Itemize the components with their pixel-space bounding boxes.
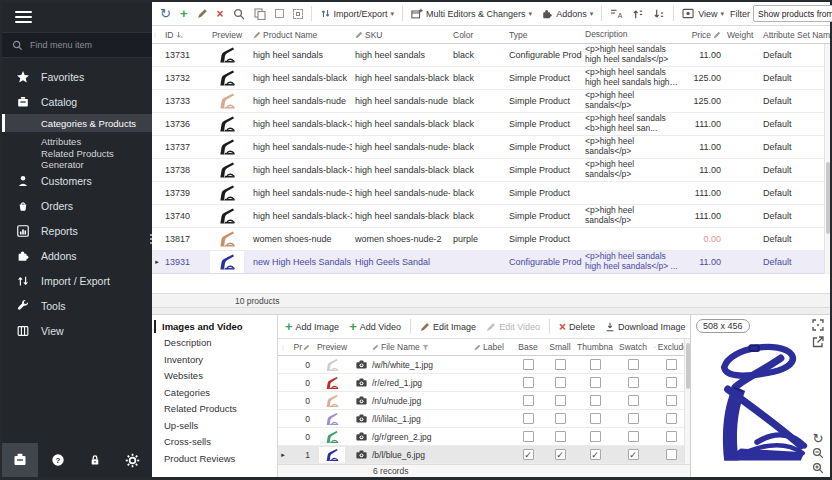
- swatch-checkbox[interactable]: [628, 359, 639, 370]
- tab-up-sells[interactable]: Up-sells: [152, 417, 277, 434]
- sidebar-item-addons[interactable]: Addons: [2, 243, 152, 268]
- product-row[interactable]: 13736high heel sandals-black-36high heel…: [152, 113, 830, 136]
- edit-image-button[interactable]: Edit Image: [417, 320, 479, 334]
- refresh-button[interactable]: ↻: [157, 5, 174, 22]
- exclude-checkbox[interactable]: [666, 449, 677, 460]
- panel-splitter[interactable]: [152, 308, 830, 315]
- rotate-button[interactable]: ↻: [811, 431, 825, 445]
- edit-video-button[interactable]: Edit Video: [483, 320, 543, 334]
- sidebar-item-orders[interactable]: Orders: [2, 193, 152, 218]
- exclude-checkbox[interactable]: [666, 413, 677, 424]
- column-header-preview[interactable]: Preview: [204, 30, 250, 40]
- column-header-base[interactable]: Base: [512, 342, 544, 352]
- column-header-thumbnail[interactable]: Thumbna: [576, 342, 614, 352]
- sort-az-button[interactable]: A: [607, 6, 626, 21]
- download-image-button[interactable]: Download Image: [602, 320, 689, 334]
- image-row[interactable]: 0/w/h/white_1.jpg: [278, 356, 690, 374]
- image-row[interactable]: 0/n/u/nude.jpg: [278, 392, 690, 410]
- column-header-file-name[interactable]: File Name: [370, 342, 472, 352]
- store-manager-button[interactable]: [2, 443, 38, 477]
- search-button[interactable]: [230, 6, 248, 22]
- swatch-checkbox[interactable]: [628, 395, 639, 406]
- sidebar-item-tools[interactable]: Tools: [2, 293, 152, 318]
- tab-websites[interactable]: Websites: [152, 368, 277, 385]
- exclude-checkbox[interactable]: [666, 377, 677, 388]
- sidebar-item-reports[interactable]: Reports: [2, 218, 152, 243]
- swatch-checkbox[interactable]: [628, 431, 639, 442]
- small-checkbox[interactable]: ✓: [555, 449, 566, 460]
- tab-cross-sells[interactable]: Cross-sells: [152, 434, 277, 451]
- product-row[interactable]: 13733high heel sandals-nudehigh heel san…: [152, 90, 830, 113]
- thumbnail-checkbox[interactable]: [590, 395, 601, 406]
- products-scrollbar[interactable]: [824, 44, 830, 274]
- column-header-weight[interactable]: Weight: [724, 30, 760, 40]
- tab-images-and-video[interactable]: Images and Video: [152, 318, 277, 335]
- column-header-product-name[interactable]: Product Name: [250, 30, 352, 40]
- column-header-swatch[interactable]: Swatch: [614, 342, 652, 352]
- import-export-menu[interactable]: Import/Export▾: [317, 6, 398, 21]
- category-filter-select[interactable]: Show products from selected categories ▾: [753, 5, 832, 22]
- thumbnail-checkbox[interactable]: [590, 431, 601, 442]
- lock-button[interactable]: [77, 443, 113, 477]
- column-header-price[interactable]: Price: [682, 30, 724, 40]
- base-checkbox[interactable]: [523, 395, 534, 406]
- delete-image-button[interactable]: ×Delete: [556, 319, 598, 335]
- zoom-in-button[interactable]: [811, 461, 825, 475]
- tab-product-reviews[interactable]: Product Reviews: [152, 450, 277, 467]
- zoom-out-button[interactable]: [811, 446, 825, 460]
- column-header-attribute-set[interactable]: Attribute Set Name: [760, 30, 830, 40]
- exclude-checkbox[interactable]: [666, 431, 677, 442]
- multi-editors-menu[interactable]: Multi Editors & Changers▾: [408, 6, 535, 22]
- swatch-checkbox[interactable]: ✓: [628, 449, 639, 460]
- column-header-id[interactable]: ID: [162, 30, 204, 40]
- small-checkbox[interactable]: [555, 395, 566, 406]
- sidebar-item-import-export[interactable]: Import / Export: [2, 268, 152, 293]
- small-checkbox[interactable]: [555, 359, 566, 370]
- product-row[interactable]: 13738high heel sandals-black-37high heel…: [152, 159, 830, 182]
- tab-categories[interactable]: Categories: [152, 384, 277, 401]
- tab-related-products[interactable]: Related Products: [152, 401, 277, 418]
- column-header-preview[interactable]: Preview: [312, 342, 352, 352]
- sidebar-item-related-products-generator[interactable]: Related Products Generator: [2, 150, 152, 168]
- help-button[interactable]: ?: [40, 443, 76, 477]
- product-row[interactable]: 13732high heel sandals-blackhigh heel sa…: [152, 67, 830, 90]
- settings-button[interactable]: [115, 443, 151, 477]
- sidebar-search[interactable]: [2, 32, 152, 58]
- sidebar-item-categories-products[interactable]: Categories & Products: [2, 114, 152, 132]
- hamburger-menu-button[interactable]: [2, 2, 152, 32]
- sidebar-item-customers[interactable]: Customers: [2, 168, 152, 193]
- move-bottom-button[interactable]: [650, 6, 668, 22]
- column-header-color[interactable]: Color: [450, 30, 506, 40]
- thumbnail-checkbox[interactable]: [590, 413, 601, 424]
- delete-product-button[interactable]: ×: [214, 6, 227, 22]
- sidebar-item-favorites[interactable]: Favorites: [2, 64, 152, 89]
- image-row[interactable]: 0/r/e/red_1.jpg: [278, 374, 690, 392]
- product-row[interactable]: 13817women shoes-nudewomen shoes-nude-2p…: [152, 228, 830, 251]
- small-checkbox[interactable]: [555, 431, 566, 442]
- column-header-label[interactable]: Label: [472, 342, 512, 352]
- product-row[interactable]: 13739high heel sandals-nude-37high heel …: [152, 182, 830, 205]
- exclude-checkbox[interactable]: [666, 395, 677, 406]
- fit-to-screen-button[interactable]: [811, 318, 825, 332]
- thumbnail-checkbox[interactable]: [590, 359, 601, 370]
- paste-special-button[interactable]: [290, 7, 306, 21]
- add-image-button[interactable]: +Add Image: [282, 318, 342, 335]
- edit-product-button[interactable]: [194, 6, 211, 21]
- sidebar-item-view[interactable]: View: [2, 318, 152, 343]
- product-row[interactable]: 13740high heel sandals-black-38high heel…: [152, 205, 830, 228]
- column-options-icon[interactable]: ⋮: [152, 31, 162, 38]
- select-checkbox-button[interactable]: [272, 7, 287, 20]
- product-row[interactable]: 13737high heel sandals-nude-36high heel …: [152, 136, 830, 159]
- base-checkbox[interactable]: [523, 413, 534, 424]
- column-header-description[interactable]: Description: [582, 30, 682, 40]
- image-row[interactable]: ▸1/b/l/blue_6.jpg✓✓✓✓: [278, 446, 690, 464]
- scrollbar-thumb[interactable]: [826, 162, 830, 234]
- sidebar-splitter-grip[interactable]: [149, 234, 153, 244]
- add-product-button[interactable]: +: [177, 5, 191, 22]
- thumbnail-checkbox[interactable]: ✓: [590, 449, 601, 460]
- open-external-button[interactable]: [811, 335, 825, 349]
- move-top-button[interactable]: [629, 6, 647, 22]
- tab-description[interactable]: Description: [152, 335, 277, 352]
- image-row[interactable]: 0/l/i/lilac_1.jpg: [278, 410, 690, 428]
- view-menu[interactable]: View▾: [679, 6, 727, 21]
